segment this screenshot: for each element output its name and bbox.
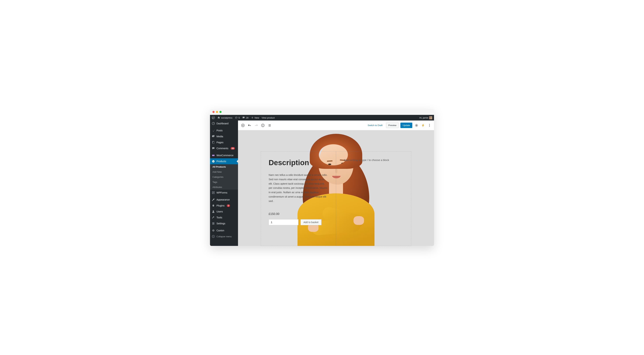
switch-to-draft-button[interactable]: Switch to Draft — [366, 123, 384, 128]
sidebar-label: Dashboard — [216, 122, 228, 125]
sidebar-label: Plugins — [216, 204, 224, 207]
media-icon — [212, 135, 215, 138]
greeting: Hi, jamie — [419, 117, 428, 119]
editor-header: Switch to Draft Preview Update — [238, 121, 434, 130]
sidebar-label: Appearance — [216, 198, 230, 201]
dashboard-icon — [212, 122, 215, 125]
sidebar-item-caxton[interactable]: Caxton — [210, 227, 238, 233]
editor: Switch to Draft Preview Update — [238, 121, 434, 246]
info-button[interactable] — [260, 123, 265, 128]
user-icon — [212, 210, 215, 213]
submenu-categories[interactable]: Categories — [210, 174, 238, 180]
pin-icon — [212, 129, 215, 132]
svg-point-12 — [212, 235, 214, 238]
jetpack-button[interactable] — [421, 123, 426, 128]
sidebar-item-appearance[interactable]: Appearance — [210, 197, 238, 203]
browser-window: socialpress 5 28 New View product Hi, ja… — [210, 109, 434, 246]
settings-button[interactable] — [414, 123, 419, 128]
update-button[interactable]: Update — [400, 123, 412, 128]
sidebar-item-wpforms[interactable]: WPForms — [210, 190, 238, 196]
sidebar-item-plugins[interactable]: Plugins 3 — [210, 203, 238, 209]
column-right[interactable]: Start writing or type / to choose a bloc… — [336, 151, 411, 246]
comments-count: 28 — [246, 117, 248, 119]
editor-canvas[interactable]: Description Nam nec tellus a odio tincid… — [238, 130, 434, 246]
plus-circle-icon — [241, 124, 245, 127]
wordpress-icon — [212, 116, 215, 119]
add-block-button[interactable] — [240, 123, 245, 128]
bolt-icon — [421, 124, 425, 127]
minimize-window[interactable] — [216, 111, 218, 113]
comment-icon — [212, 147, 215, 150]
add-to-basket-button[interactable]: Add to basket — [300, 219, 322, 225]
sidebar-label: WPForms — [216, 191, 227, 194]
sidebar-item-comments[interactable]: Comments 28 — [210, 145, 238, 151]
block-placeholder[interactable]: Start writing or type / to choose a bloc… — [344, 159, 389, 161]
sidebar-item-woocommerce[interactable]: woo WooCommerce — [210, 152, 238, 158]
description-heading[interactable]: Description — [268, 159, 328, 167]
comments-badge: 28 — [231, 147, 235, 150]
sidebar-label: Pages — [216, 141, 224, 144]
sidebar-label: Posts — [216, 129, 222, 132]
wordpress-logo[interactable] — [212, 116, 215, 119]
refresh-icon — [235, 116, 238, 119]
gear-icon — [414, 124, 418, 127]
sidebar-label: Users — [216, 210, 223, 213]
new-link[interactable]: New — [251, 116, 259, 119]
products-submenu: All Products Add New Categories Tags Att… — [210, 164, 238, 190]
outline-button[interactable] — [267, 123, 272, 128]
sidebar-item-settings[interactable]: Settings — [210, 220, 238, 226]
wrench-icon — [212, 216, 215, 219]
pages-icon — [212, 141, 215, 144]
column-left[interactable]: Description Nam nec tellus a odio tincid… — [261, 151, 336, 246]
plug-icon — [212, 204, 215, 207]
svg-text:woo: woo — [212, 155, 214, 156]
sidebar-item-pages[interactable]: Pages — [210, 139, 238, 145]
sidebar-item-posts[interactable]: Posts — [210, 128, 238, 133]
brush-icon — [212, 198, 215, 201]
maximize-window[interactable] — [220, 111, 222, 113]
close-window[interactable] — [212, 111, 214, 113]
sidebar-item-dashboard[interactable]: Dashboard — [210, 121, 238, 126]
undo-button[interactable] — [247, 123, 252, 128]
info-icon — [261, 124, 265, 127]
collapse-menu[interactable]: Collapse menu — [210, 233, 238, 239]
sidebar-label: WooCommerce — [216, 154, 234, 157]
svg-point-9 — [213, 223, 214, 224]
sidebar-item-products[interactable]: Products — [210, 158, 238, 164]
list-icon — [268, 124, 272, 127]
sidebar-label: Tools — [216, 216, 222, 219]
svg-point-11 — [213, 230, 214, 231]
svg-point-10 — [212, 224, 213, 225]
account-link[interactable]: Hi, jamie — [419, 116, 432, 119]
quantity-input[interactable] — [268, 219, 298, 225]
site-name-link[interactable]: socialpress — [217, 116, 232, 119]
updates-count: 5 — [238, 117, 240, 119]
columns-block[interactable]: Description Nam nec tellus a odio tincid… — [261, 151, 411, 246]
submenu-attributes[interactable]: Attributes — [210, 185, 238, 190]
description-text[interactable]: Nam nec tellus a odio tincidunt auctor a… — [268, 173, 328, 203]
preview-button[interactable]: Preview — [386, 123, 399, 128]
home-icon — [217, 116, 220, 119]
sliders-icon — [212, 222, 215, 225]
more-options-button[interactable] — [427, 123, 432, 128]
add-to-cart-form: Add to basket — [268, 219, 328, 225]
woocommerce-icon: woo — [212, 154, 215, 157]
comments-link[interactable]: 28 — [242, 116, 248, 119]
svg-point-7 — [212, 210, 214, 212]
sidebar-label: Products — [216, 160, 226, 163]
sidebar-item-media[interactable]: Media — [210, 133, 238, 139]
redo-icon — [254, 124, 258, 127]
svg-rect-3 — [212, 142, 214, 144]
sidebar-item-users[interactable]: Users — [210, 209, 238, 215]
updates-link[interactable]: 5 — [235, 116, 240, 119]
comment-icon — [242, 116, 245, 119]
sidebar-label: Media — [216, 135, 223, 138]
submenu-add-new[interactable]: Add New — [210, 169, 238, 174]
sidebar-item-tools[interactable]: Tools — [210, 215, 238, 220]
submenu-all-products[interactable]: All Products — [210, 164, 238, 169]
submenu-tags[interactable]: Tags — [210, 180, 238, 185]
avatar — [429, 116, 432, 119]
view-product-link[interactable]: View product — [262, 117, 275, 119]
redo-button[interactable] — [254, 123, 259, 128]
view-product-label: View product — [262, 117, 275, 119]
